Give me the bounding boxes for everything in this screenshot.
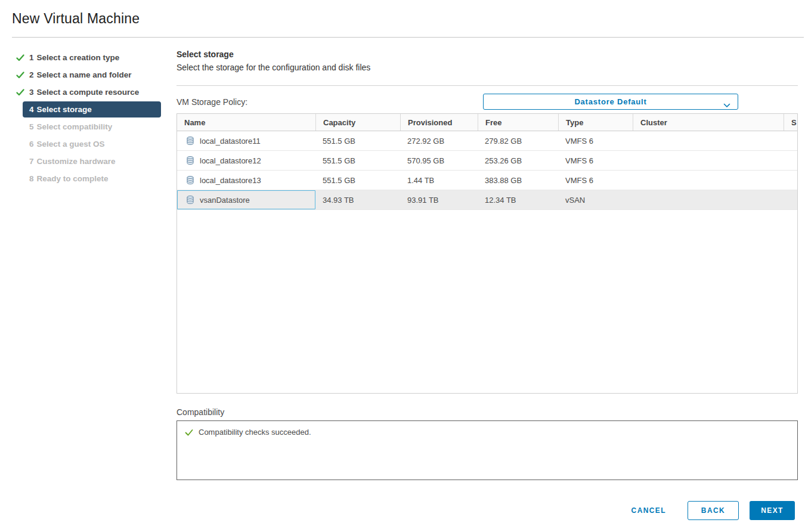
datastore-icon <box>185 195 195 205</box>
table-row-vsan-datastore-selected[interactable]: vsanDatastore 34.93 TB 93.91 TB 12.34 TB… <box>177 190 797 210</box>
datastore-name: vsanDatastore <box>200 196 250 205</box>
datastore-name: local_datastore12 <box>200 156 261 165</box>
check-icon <box>16 53 25 63</box>
wizard-footer: CANCEL BACK NEXT <box>629 501 795 520</box>
title-divider <box>12 37 804 38</box>
sidebar-step-3[interactable]: 3 Select a compute resource <box>8 83 168 101</box>
datastore-table: Name Capacity Provisioned Free Type Clus… <box>177 113 798 394</box>
sidebar-step-4-active[interactable]: 4 Select storage <box>23 101 161 117</box>
capacity-cell: 551.5 GB <box>315 151 400 170</box>
free-cell: 12.34 TB <box>478 190 558 209</box>
provisioned-cell: 93.91 TB <box>400 190 478 209</box>
vm-storage-policy-select[interactable]: Datastore Default <box>483 94 738 110</box>
sidebar-step-5: 5 Select compatibility <box>8 118 168 135</box>
cancel-button[interactable]: CANCEL <box>629 502 668 519</box>
back-button[interactable]: BACK <box>688 501 739 520</box>
content-divider <box>177 85 798 86</box>
free-cell: 253.26 GB <box>478 151 558 170</box>
vm-storage-policy-label: VM Storage Policy: <box>177 97 247 107</box>
new-vm-wizard: New Virtual Machine 1 Select a creation … <box>0 0 805 532</box>
sidebar-step-1[interactable]: 1 Select a creation type <box>8 49 168 66</box>
cluster-cell <box>633 151 784 170</box>
datastore-name: local_datastore13 <box>200 176 261 185</box>
type-cell: VMFS 6 <box>558 131 633 150</box>
sidebar-step-6: 6 Select a guest OS <box>8 135 168 153</box>
type-cell: VMFS 6 <box>558 151 633 170</box>
column-header-free[interactable]: Free <box>478 114 558 131</box>
cluster-cell <box>633 190 784 209</box>
vm-storage-policy-row: VM Storage Policy: Datastore Default <box>177 94 798 110</box>
clipped-cell <box>784 171 797 190</box>
check-icon <box>184 428 194 437</box>
provisioned-cell: 1.44 TB <box>400 171 478 190</box>
compatibility-label: Compatibility <box>177 407 798 417</box>
check-icon <box>16 70 25 80</box>
datastore-icon <box>185 156 195 165</box>
clipped-cell <box>784 190 797 209</box>
column-header-cluster[interactable]: Cluster <box>633 114 784 131</box>
capacity-cell: 551.5 GB <box>315 171 400 190</box>
page-title: New Virtual Machine <box>12 11 140 27</box>
table-row-local-datastore12[interactable]: local_datastore12 551.5 GB 570.95 GB 253… <box>177 151 797 171</box>
step-content-panel: Select storage Select the storage for th… <box>177 49 798 480</box>
column-header-clipped[interactable]: S <box>784 114 797 131</box>
free-cell: 383.88 GB <box>478 171 558 190</box>
type-cell: vSAN <box>558 190 633 209</box>
step-heading: Select storage <box>177 49 798 60</box>
datastore-icon <box>185 175 195 185</box>
type-cell: VMFS 6 <box>558 171 633 190</box>
sidebar-step-2[interactable]: 2 Select a name and folder <box>8 66 168 83</box>
datastore-icon <box>185 136 195 146</box>
datastore-table-body: local_datastore11 551.5 GB 272.92 GB 279… <box>177 131 797 393</box>
table-row-local-datastore11[interactable]: local_datastore11 551.5 GB 272.92 GB 279… <box>177 131 797 151</box>
column-header-provisioned[interactable]: Provisioned <box>400 114 478 131</box>
wizard-steps-sidebar: 1 Select a creation type 2 Select a name… <box>8 49 168 187</box>
column-header-type[interactable]: Type <box>558 114 633 131</box>
chevron-down-icon <box>723 100 730 104</box>
next-button[interactable]: NEXT <box>750 501 795 520</box>
cluster-cell <box>633 171 784 190</box>
column-header-name[interactable]: Name <box>177 114 315 131</box>
table-row-local-datastore13[interactable]: local_datastore13 551.5 GB 1.44 TB 383.8… <box>177 171 797 190</box>
capacity-cell: 551.5 GB <box>315 131 400 150</box>
capacity-cell: 34.93 TB <box>315 190 400 209</box>
cluster-cell <box>633 131 784 150</box>
sidebar-step-8: 8 Ready to complete <box>8 170 168 187</box>
provisioned-cell: 272.92 GB <box>400 131 478 150</box>
compatibility-message: Compatibility checks succeeded. <box>199 428 311 437</box>
column-header-capacity[interactable]: Capacity <box>315 114 400 131</box>
sidebar-step-7: 7 Customize hardware <box>8 153 168 170</box>
vm-storage-policy-value: Datastore Default <box>574 97 646 106</box>
step-subheading: Select the storage for the configuration… <box>177 62 798 73</box>
datastore-table-header: Name Capacity Provisioned Free Type Clus… <box>177 114 797 131</box>
compatibility-panel: Compatibility checks succeeded. <box>177 420 798 480</box>
free-cell: 279.82 GB <box>478 131 558 150</box>
clipped-cell <box>784 151 797 170</box>
datastore-name: local_datastore11 <box>200 137 261 146</box>
check-icon <box>16 88 25 97</box>
clipped-cell <box>784 131 797 150</box>
provisioned-cell: 570.95 GB <box>400 151 478 170</box>
